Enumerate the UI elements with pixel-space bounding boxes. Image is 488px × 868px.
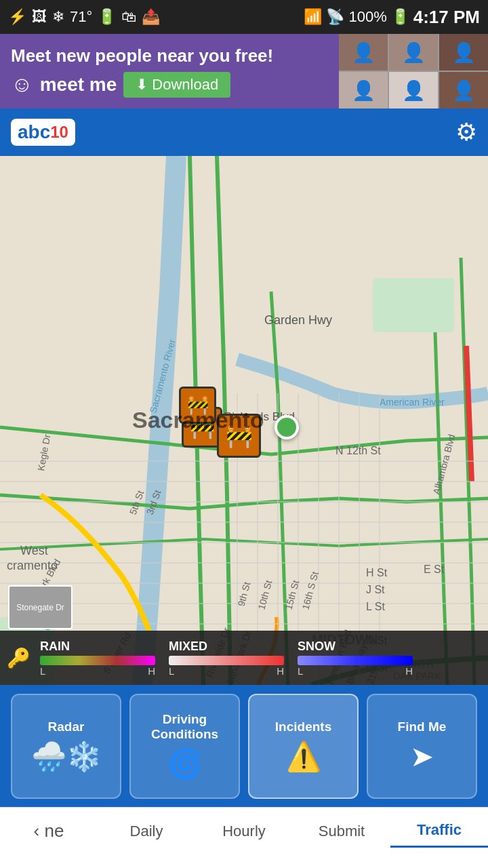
- status-right: 📶 📡 100% 🔋 4:17 PM: [304, 7, 480, 28]
- tab-traffic[interactable]: Traffic: [390, 814, 488, 848]
- face-1: 👤: [339, 34, 388, 71]
- channel-number: 10: [50, 123, 68, 142]
- ad-faces-grid: 👤 👤 👤 👤 👤 👤: [339, 34, 488, 108]
- driving-icon: 🌀: [167, 747, 203, 781]
- photo-icon: 🖼: [32, 8, 47, 26]
- back-arrow: ‹: [34, 821, 40, 841]
- ad-banner[interactable]: Meet new people near you free! ☺ meet me…: [0, 34, 488, 108]
- battery-percent: 100%: [348, 8, 386, 26]
- tab-submit[interactable]: Submit: [293, 816, 390, 847]
- mixed-hl: L H: [169, 665, 284, 677]
- meetme-logo: meet me: [40, 74, 117, 96]
- svg-text:cramento: cramento: [7, 559, 58, 572]
- share-icon: 📤: [142, 8, 160, 26]
- tab-back[interactable]: ‹ ne: [0, 814, 98, 848]
- rain-low: L: [40, 665, 45, 677]
- svg-rect-18: [373, 278, 454, 332]
- time-display: 4:17 PM: [413, 7, 480, 28]
- svg-text:J St: J St: [366, 584, 385, 595]
- snow-label: SNOW: [298, 639, 336, 654]
- driving-label: Driving Conditions: [135, 712, 235, 742]
- incidents-label: Incidents: [275, 719, 331, 734]
- bottom-nav-buttons: Radar 🌧️❄️ Driving Conditions 🌀 Incident…: [0, 685, 488, 807]
- tab-hourly[interactable]: Hourly: [195, 816, 293, 847]
- face-2: 👤: [389, 34, 438, 71]
- radar-icon: 🌧️❄️: [31, 740, 102, 773]
- rain-bar: [40, 656, 155, 665]
- rain-label: RAIN: [40, 639, 70, 654]
- weather-icon: ❄: [52, 8, 64, 26]
- tab-daily[interactable]: Daily: [98, 816, 195, 847]
- mixed-high: H: [277, 665, 284, 677]
- radar-label: Radar: [48, 719, 85, 734]
- radar-button[interactable]: Radar 🌧️❄️: [11, 694, 121, 799]
- mixed-bar: [169, 656, 284, 665]
- ad-content-left: Meet new people near you free! ☺ meet me…: [0, 39, 339, 104]
- findme-label: Find Me: [398, 719, 447, 734]
- mixed-label: MIXED: [169, 639, 207, 654]
- snow-hl: L H: [298, 665, 413, 677]
- snow-low: L: [298, 665, 303, 677]
- settings-button[interactable]: ⚙: [455, 118, 477, 146]
- download-label: Download: [152, 76, 218, 94]
- map-thumbnail[interactable]: Stonegate Dr: [8, 585, 73, 629]
- app-header: abc 10 ⚙: [0, 108, 488, 156]
- face-6: 👤: [439, 72, 488, 108]
- svg-text:American River: American River: [380, 397, 445, 408]
- usb-icon: ⚡: [8, 8, 26, 26]
- rain-high: H: [148, 665, 155, 677]
- construction-icon-3[interactable]: 🚧: [179, 387, 216, 424]
- svg-text:N 12th St: N 12th St: [336, 445, 381, 456]
- traffic-label: Traffic: [417, 821, 462, 838]
- smiley-icon: ☺: [11, 72, 33, 97]
- svg-text:L St: L St: [366, 601, 385, 612]
- snow-bar: [298, 656, 413, 665]
- key-icon: 🔑: [7, 647, 30, 669]
- status-bar: ⚡ 🖼 ❄ 71° 🔋 🛍 📤 📶 📡 100% 🔋 4:17 PM: [0, 0, 488, 34]
- svg-text:H St: H St: [366, 567, 388, 578]
- daily-label: Daily: [130, 823, 163, 840]
- submit-label: Submit: [319, 823, 365, 840]
- incidents-icon: ⚠️: [286, 740, 321, 773]
- find-me-button[interactable]: Find Me ➤: [367, 694, 477, 799]
- temp-display: 71°: [70, 8, 92, 26]
- snow-high: H: [405, 665, 413, 677]
- battery-full-icon: 🔋: [391, 8, 409, 26]
- shop-icon: 🛍: [121, 8, 136, 26]
- map-container[interactable]: 80 50 Garden Hwy Richards Blvd N 12th St…: [0, 156, 488, 685]
- back-label: ne: [44, 821, 64, 841]
- face-4: 👤: [339, 72, 388, 108]
- signal-icon: 📡: [326, 8, 344, 26]
- download-icon: ⬇: [136, 76, 148, 94]
- tab-bar: ‹ ne Daily Hourly Submit Traffic: [0, 807, 488, 854]
- construction-icon-2[interactable]: 🚧: [217, 414, 261, 458]
- mixed-legend: MIXED L H: [169, 639, 284, 677]
- incidents-button[interactable]: Incidents ⚠️: [248, 694, 359, 799]
- download-button[interactable]: ⬇ Download: [123, 72, 230, 98]
- status-left: ⚡ 🖼 ❄ 71° 🔋 🛍 📤: [8, 8, 160, 26]
- abc-text: abc: [18, 121, 50, 143]
- location-marker[interactable]: [274, 415, 299, 439]
- face-3: 👤: [439, 34, 488, 71]
- driving-conditions-button[interactable]: Driving Conditions 🌀: [129, 694, 240, 799]
- svg-text:Garden Hwy: Garden Hwy: [264, 313, 332, 327]
- wifi-icon: 📶: [304, 8, 322, 26]
- face-5: 👤: [389, 72, 438, 108]
- svg-text:E St: E St: [424, 564, 445, 575]
- rain-hl: L H: [40, 665, 155, 677]
- legend-bar: 🔑 RAIN L H MIXED L H SNOW L H: [0, 631, 488, 685]
- ad-brand: ☺ meet me ⬇ Download: [11, 72, 328, 98]
- abc10-logo: abc 10: [11, 119, 75, 146]
- battery-icon-left: 🔋: [98, 8, 116, 26]
- hourly-label: Hourly: [222, 823, 266, 840]
- svg-text:West: West: [20, 544, 48, 557]
- snow-legend: SNOW L H: [298, 639, 413, 677]
- findme-icon: ➤: [410, 740, 434, 773]
- rain-legend: RAIN L H: [40, 639, 155, 677]
- ad-tagline: Meet new people near you free!: [11, 45, 328, 66]
- mixed-low: L: [169, 665, 174, 677]
